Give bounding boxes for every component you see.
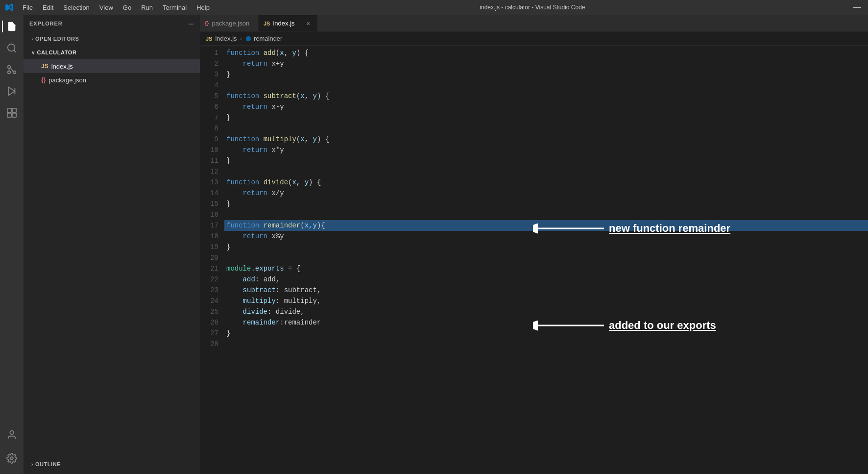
code-line-25: divide: divide, <box>224 306 868 317</box>
packagejson-filename: package.json <box>48 76 86 84</box>
line-numbers: 1 2 3 4 5 6 7 8 9 10 11 12 13 14 15 16 1… <box>200 46 224 474</box>
editor-area: {} package.json JS index.js × JS index.j… <box>200 15 868 474</box>
activity-explorer[interactable] <box>2 17 22 36</box>
settings-icon <box>6 453 17 464</box>
tab-close-button[interactable]: × <box>304 20 312 27</box>
code-line-2: return x+y <box>224 58 868 69</box>
code-editor[interactable]: 1 2 3 4 5 6 7 8 9 10 11 12 13 14 15 16 1… <box>200 46 868 474</box>
code-line-6: return x-y <box>224 101 868 112</box>
calculator-folder[interactable]: ∨ CALCULATOR <box>24 46 200 59</box>
json-file-icon: {} <box>41 76 46 83</box>
account-icon <box>6 429 17 440</box>
svg-point-12 <box>10 457 13 460</box>
extensions-icon <box>6 107 17 118</box>
open-editors-label: OPEN EDITORS <box>35 36 79 42</box>
outline-folder[interactable]: › OUTLINE <box>31 457 196 471</box>
code-line-16 <box>224 209 868 220</box>
svg-point-13 <box>246 36 251 41</box>
menu-help[interactable]: Help <box>193 3 214 12</box>
chevron-right-icon: › <box>31 36 33 42</box>
activity-account[interactable] <box>2 425 22 445</box>
tab-json-icon: {} <box>205 20 209 26</box>
outline-section: › OUTLINE <box>24 454 200 474</box>
svg-rect-7 <box>7 108 11 112</box>
svg-rect-9 <box>7 113 11 117</box>
indexjs-filename: index.js <box>51 63 73 70</box>
code-line-24: multiply: multiply, <box>224 296 868 306</box>
code-line-17: function remainder(x,y){ <box>224 220 868 231</box>
sidebar-menu-icon[interactable]: ··· <box>188 20 194 27</box>
code-line-20 <box>224 252 868 263</box>
sidebar-actions: ··· <box>188 20 194 27</box>
activity-run[interactable] <box>2 81 22 101</box>
code-line-26: remainder:remainder <box>224 317 868 328</box>
activity-extensions[interactable] <box>2 103 22 123</box>
activity-settings[interactable] <box>2 449 22 468</box>
code-line-22: add: add, <box>224 274 868 285</box>
code-line-1: function add(x, y) { <box>224 48 868 58</box>
activity-bar <box>0 15 24 474</box>
svg-point-4 <box>8 71 11 74</box>
code-line-15: } <box>224 199 868 209</box>
code-line-19: } <box>224 242 868 252</box>
code-line-23: subtract: subtract, <box>224 285 868 296</box>
code-line-13: function divide(x, y) { <box>224 177 868 188</box>
tab-js-icon: JS <box>264 21 270 26</box>
sidebar-file-packagejson[interactable]: {} package.json <box>24 73 200 87</box>
sidebar-header: EXPLORER ··· <box>24 15 200 32</box>
breadcrumb-file: index.js <box>215 35 237 42</box>
sidebar-file-indexjs[interactable]: JS index.js <box>24 59 200 73</box>
activity-search[interactable] <box>2 38 22 58</box>
open-editors-section: › OPEN EDITORS ∨ CALCULATOR JS index.js … <box>24 32 200 87</box>
code-line-14: return x/y <box>224 188 868 199</box>
code-line-8 <box>224 123 868 134</box>
code-line-4 <box>224 80 868 91</box>
tab-bar: {} package.json JS index.js × <box>200 15 868 32</box>
svg-point-11 <box>10 431 13 434</box>
tab-packagejson[interactable]: {} package.json <box>200 15 259 31</box>
svg-rect-8 <box>12 108 16 112</box>
vscode-logo <box>5 3 14 12</box>
sidebar: EXPLORER ··· › OPEN EDITORS ∨ CALCULATOR… <box>24 15 200 474</box>
svg-rect-10 <box>12 113 16 117</box>
window-title: index.js - calculator - Visual Studio Co… <box>214 4 851 11</box>
code-line-9: function multiply(x, y) { <box>224 134 868 145</box>
files-icon <box>6 21 17 32</box>
js-file-icon: JS <box>41 63 48 70</box>
code-line-11: } <box>224 155 868 166</box>
menu-selection[interactable]: Selection <box>59 3 93 12</box>
breadcrumb-symbol: remainder <box>245 35 283 42</box>
breadcrumb-separator: › <box>240 35 242 42</box>
code-line-27: } <box>224 328 868 339</box>
code-line-7: } <box>224 112 868 123</box>
menu-go[interactable]: Go <box>119 3 135 12</box>
menu-run[interactable]: Run <box>137 3 157 12</box>
svg-point-2 <box>13 71 16 74</box>
tab-indexjs-label: index.js <box>273 20 294 27</box>
menu-terminal[interactable]: Terminal <box>159 3 191 12</box>
menu-bar: File Edit Selection View Go Run Terminal… <box>19 3 214 12</box>
menu-view[interactable]: View <box>96 3 117 12</box>
search-icon <box>6 43 17 53</box>
calculator-label: CALCULATOR <box>37 50 77 55</box>
menu-file[interactable]: File <box>19 3 37 12</box>
tab-packagejson-label: package.json <box>212 20 250 27</box>
tab-indexjs[interactable]: JS index.js × <box>259 15 317 31</box>
window-controls: — <box>851 3 863 12</box>
code-line-5: function subtract(x, y) { <box>224 91 868 101</box>
source-control-icon <box>6 64 17 75</box>
code-content: function add(x, y) { return x+y } functi… <box>224 46 868 474</box>
code-line-28 <box>224 339 868 349</box>
breadcrumb-symbol-name: remainder <box>254 35 283 42</box>
svg-line-1 <box>14 50 16 52</box>
open-editors-folder[interactable]: › OPEN EDITORS <box>24 32 200 46</box>
svg-marker-5 <box>9 87 15 96</box>
activity-source-control[interactable] <box>2 60 22 79</box>
code-line-12 <box>224 166 868 177</box>
svg-point-0 <box>8 44 15 51</box>
run-icon <box>6 86 17 97</box>
outline-label: OUTLINE <box>35 461 61 467</box>
code-line-18: return x%y <box>224 231 868 242</box>
minimize-button[interactable]: — <box>851 3 863 12</box>
menu-edit[interactable]: Edit <box>39 3 57 12</box>
